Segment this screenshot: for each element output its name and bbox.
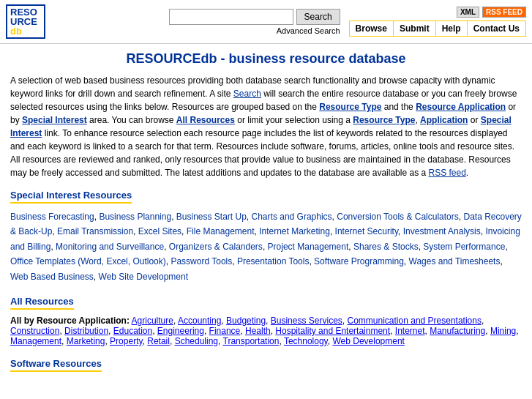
- nav-contact[interactable]: Contact Us: [468, 21, 525, 36]
- search-input[interactable]: [169, 9, 293, 25]
- intro-text10: .: [466, 168, 468, 178]
- special-interest-link[interactable]: Presentation Tools: [237, 256, 310, 266]
- all-resource-link[interactable]: Health: [245, 326, 271, 336]
- all-resource-link[interactable]: Internet: [395, 326, 425, 336]
- software-resources-section: Software Resources: [10, 358, 522, 378]
- rss-feed-button[interactable]: RSS FEED: [482, 7, 526, 18]
- logo: RESO URCE db: [6, 4, 45, 39]
- feed-buttons: XML RSS FEED: [457, 7, 526, 18]
- nav-submit[interactable]: Submit: [394, 21, 436, 36]
- all-resource-link[interactable]: Communication and Presentations: [348, 316, 482, 326]
- advanced-search-link[interactable]: Advanced Search: [277, 26, 340, 35]
- special-interest-link[interactable]: Project Management: [268, 242, 349, 252]
- all-resource-link[interactable]: Property: [110, 336, 142, 346]
- special-interest-link[interactable]: Charts and Graphics: [252, 212, 332, 222]
- all-resource-link[interactable]: Technology: [284, 336, 328, 346]
- intro-text3: and the: [381, 102, 416, 112]
- special-interest-link1[interactable]: Special Interest: [22, 115, 87, 125]
- special-interest-link[interactable]: Business Planning: [99, 212, 171, 222]
- all-resource-link[interactable]: Accounting: [178, 316, 221, 326]
- all-resource-link[interactable]: Marketing: [67, 336, 105, 346]
- all-resource-link[interactable]: Finance: [209, 326, 241, 336]
- special-interest-link[interactable]: Internet Marketing: [259, 226, 330, 236]
- special-interest-link[interactable]: Password Tools: [171, 256, 232, 266]
- all-resource-link[interactable]: Transportation: [223, 336, 280, 346]
- all-resource-link[interactable]: Scheduling: [175, 336, 218, 346]
- special-interest-section: Special Interest Resources Business Fore…: [10, 190, 522, 284]
- intro-text6: or limit your selection using a: [235, 115, 353, 125]
- intro-text5: area. You can browse: [87, 115, 176, 125]
- all-resource-link[interactable]: Agriculture: [132, 316, 173, 326]
- software-resources-heading: Software Resources: [10, 358, 102, 372]
- special-interest-link[interactable]: Web Based Business: [10, 272, 94, 282]
- special-interest-link[interactable]: Business Forecasting: [10, 212, 94, 222]
- all-resource-link[interactable]: Distribution: [64, 326, 108, 336]
- special-interest-heading: Special Interest Resources: [10, 190, 132, 204]
- page-title: RESOURCEdb - business resource database: [10, 51, 522, 67]
- all-resource-link[interactable]: Management: [10, 336, 61, 346]
- special-interest-link[interactable]: Software Programming: [314, 256, 404, 266]
- resource-type-link[interactable]: Resource Type: [319, 102, 381, 112]
- all-resource-link[interactable]: Hospitality and Entertainment: [275, 326, 390, 336]
- special-interest-link[interactable]: Email Transmission: [57, 226, 133, 236]
- all-resource-link[interactable]: Web Development: [332, 336, 405, 346]
- special-interest-link[interactable]: Conversion Tools & Calculators: [337, 212, 459, 222]
- intro-text8: or: [468, 115, 480, 125]
- all-resource-link[interactable]: Manufacturing: [430, 326, 485, 336]
- special-interest-link[interactable]: Investment Analysis: [403, 226, 481, 236]
- special-interest-link[interactable]: Monitoring and Surveillance: [56, 242, 164, 252]
- logo-line3: db: [10, 26, 41, 36]
- nav-area: XML RSS FEED Browse Submit Help Contact …: [349, 7, 526, 37]
- all-resource-link[interactable]: Business Services: [271, 316, 342, 326]
- special-interest-link[interactable]: Office Templates (Word, Excel, Outlook): [10, 256, 166, 266]
- all-resource-link[interactable]: Retail: [147, 336, 170, 346]
- header: RESO URCE db Search Advanced Search XML …: [0, 0, 532, 44]
- intro-text: A selection of web based business resour…: [10, 74, 522, 179]
- xml-feed-button[interactable]: XML: [457, 7, 479, 18]
- all-resources-by-label: All by Resource Application:: [10, 316, 130, 326]
- special-interest-link[interactable]: Business Start Up: [176, 212, 247, 222]
- all-resource-link[interactable]: Education: [113, 326, 152, 336]
- nav-links: Browse Submit Help Contact Us: [349, 20, 526, 37]
- all-resource-link[interactable]: Construction: [10, 326, 59, 336]
- special-interest-link[interactable]: Shares & Stocks: [353, 242, 419, 252]
- special-interest-links: Business Forecasting, Business Planning,…: [10, 209, 522, 284]
- resource-application-link[interactable]: Resource Application: [416, 102, 506, 112]
- search-link[interactable]: Search: [233, 89, 261, 99]
- special-interest-link[interactable]: Excel Sites: [138, 226, 181, 236]
- special-interest-link[interactable]: Internet Security: [335, 226, 398, 236]
- resource-type-link2[interactable]: Resource Type: [353, 115, 415, 125]
- all-resource-link[interactable]: Budgeting: [226, 316, 266, 326]
- all-resource-link[interactable]: Engineering: [157, 326, 204, 336]
- special-interest-link[interactable]: File Management: [187, 226, 255, 236]
- search-area: Search Advanced Search: [54, 9, 340, 35]
- all-resources-heading: All Resources: [10, 296, 74, 310]
- special-interest-link[interactable]: System Performance: [423, 242, 505, 252]
- all-resource-link[interactable]: Mining: [490, 326, 516, 336]
- all-resources-link[interactable]: All Resources: [176, 115, 235, 125]
- nav-help[interactable]: Help: [436, 21, 468, 36]
- search-row: Search: [169, 9, 340, 25]
- search-button[interactable]: Search: [296, 9, 340, 25]
- nav-browse[interactable]: Browse: [350, 21, 394, 36]
- special-interest-link[interactable]: Web Site Development: [99, 272, 189, 282]
- rss-feed-link[interactable]: RSS feed: [428, 168, 465, 178]
- special-interest-link[interactable]: Organizers & Calanders: [169, 242, 263, 252]
- special-interest-link[interactable]: Wages and Timesheets: [409, 256, 501, 266]
- main-content: RESOURCEdb - business resource database …: [0, 44, 532, 397]
- application-link[interactable]: Application: [420, 115, 468, 125]
- all-resources-label: All by Resource Application: Agriculture…: [10, 316, 522, 346]
- all-resources-section: All Resources All by Resource Applicatio…: [10, 296, 522, 346]
